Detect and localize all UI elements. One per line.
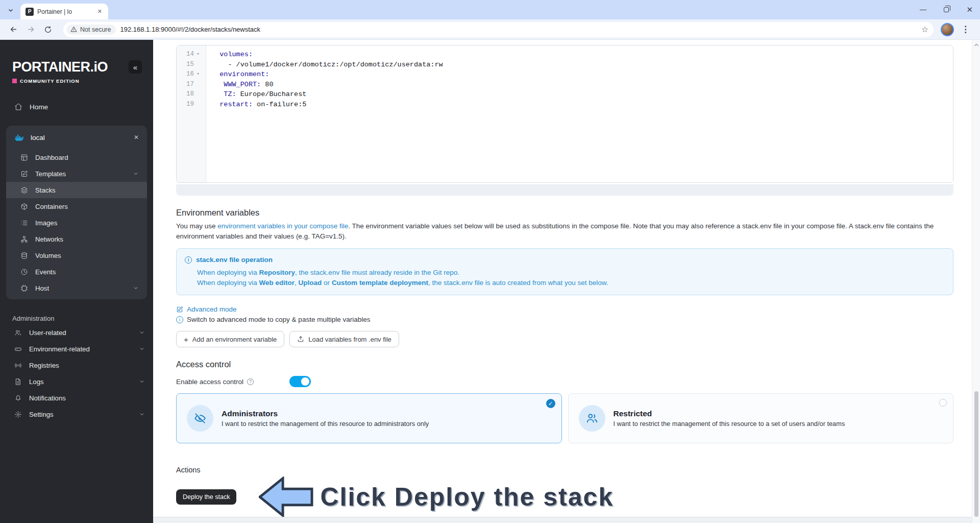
infobox-line-1: When deploying via Repository, the stack… — [197, 269, 944, 276]
editor-resize-strip[interactable] — [176, 184, 953, 196]
compose-docs-link[interactable]: environment variables in your compose fi… — [217, 222, 348, 230]
help-icon: ? — [247, 378, 254, 385]
sidebar-item-containers[interactable]: Containers — [6, 198, 147, 215]
compose-web-editor[interactable]: 14▾ 15 16▾ 17 18 19 volumes: - /volume1/… — [176, 45, 953, 183]
templates-icon — [20, 170, 28, 178]
images-icon — [20, 219, 28, 227]
annotation-arrow-icon — [259, 477, 314, 517]
edition-square — [12, 79, 17, 83]
sidebar-item-user-related[interactable]: User-related — [0, 324, 153, 341]
chevron-down-icon — [133, 171, 139, 177]
page-scrollbar[interactable] — [972, 40, 980, 523]
upload-icon — [297, 336, 304, 343]
sidebar-item-events[interactable]: Events — [6, 264, 147, 280]
profile-avatar[interactable] — [941, 23, 954, 36]
scrollbar-up-icon[interactable] — [974, 43, 979, 47]
security-label: Not secure — [80, 26, 111, 33]
sidebar-item-templates[interactable]: Templates — [6, 165, 147, 182]
toggle-knob — [301, 377, 309, 386]
env-vars-heading: Environment variables — [176, 208, 953, 218]
advanced-mode-link[interactable]: Advanced mode — [176, 305, 237, 313]
sidebar-item-home[interactable]: Home — [0, 98, 153, 115]
code-line: - /volume1/docker/domoticz:/opt/domoticz… — [211, 60, 953, 70]
portainer-favicon: P — [26, 8, 34, 16]
actions-heading: Actions — [176, 466, 953, 474]
advanced-mode-hint: i Switch to advanced mode to copy & past… — [176, 316, 953, 323]
host-icon — [20, 284, 28, 292]
fold-icon[interactable]: ▾ — [194, 69, 202, 80]
sidebar-item-notifications[interactable]: Notifications — [0, 390, 153, 406]
browser-tab[interactable]: P Portainer | lo ✕ — [20, 4, 108, 19]
sidebar-item-settings[interactable]: Settings — [0, 406, 153, 422]
deploy-stack-button[interactable]: Deploy the stack — [176, 489, 236, 505]
window-restore-icon[interactable] — [944, 7, 949, 12]
reload-icon — [44, 26, 52, 34]
users-icon — [585, 412, 599, 425]
code-line: WWW_PORT: 80 — [211, 80, 953, 90]
gear-icon — [14, 411, 22, 418]
sidebar-item-networks[interactable]: Networks — [6, 231, 147, 247]
back-button[interactable] — [6, 22, 20, 37]
users-icon — [14, 329, 22, 337]
edit-icon — [176, 306, 183, 313]
back-arrow-icon — [9, 25, 18, 34]
broadcast-icon — [14, 362, 22, 369]
browser-titlebar: P Portainer | lo ✕ ✕ — [0, 0, 980, 19]
hard-drive-icon — [14, 345, 22, 353]
sidebar-item-dashboard[interactable]: Dashboard — [6, 149, 147, 165]
forward-button[interactable] — [23, 22, 38, 37]
browser-menu-icon[interactable]: ⋮ — [957, 24, 974, 35]
sidebar-item-environment-related[interactable]: Environment-related — [0, 341, 153, 357]
sidebar-collapse-button[interactable]: « — [129, 60, 142, 74]
code-line: TZ: Europe/Bucharest — [211, 89, 953, 100]
access-option-administrators[interactable]: Administrators I want to restrict the ma… — [176, 393, 562, 443]
info-icon: i — [185, 256, 192, 264]
option-description: I want to restrict the management of thi… — [614, 420, 845, 427]
window-minimize-icon[interactable] — [920, 10, 926, 10]
tab-search-button[interactable] — [5, 5, 16, 16]
fold-icon[interactable]: ▾ — [194, 50, 202, 60]
sidebar-item-volumes[interactable]: Volumes — [6, 247, 147, 264]
infobox-line-2: When deploying via Web editor, Upload or… — [197, 279, 944, 287]
tab-close-icon[interactable]: ✕ — [95, 7, 104, 16]
address-bar[interactable]: Not secure 192.168.1.18:9000/#!/2/docker… — [63, 22, 934, 37]
docker-whale-icon — [14, 133, 24, 141]
window-close-icon[interactable]: ✕ — [966, 5, 973, 14]
option-title: Restricted — [614, 409, 845, 418]
url-text[interactable]: 192.168.1.18:9000/#!/2/docker/stacks/new… — [120, 26, 917, 33]
eye-off-icon — [193, 412, 207, 425]
environment-header[interactable]: local ✕ — [6, 126, 147, 149]
chevron-down-icon — [139, 329, 145, 336]
load-env-file-button[interactable]: Load variables from .env file — [289, 331, 399, 347]
sidebar-item-host[interactable]: Host — [6, 280, 147, 296]
reload-button[interactable] — [41, 22, 55, 37]
footer-strip — [153, 517, 980, 523]
option-title: Administrators — [222, 409, 429, 418]
option-description: I want to restrict the management of thi… — [222, 420, 429, 427]
access-control-toggle[interactable] — [289, 376, 311, 387]
plus-icon: + — [184, 336, 188, 343]
add-env-variable-button[interactable]: + Add an environment variable — [176, 331, 284, 347]
access-option-restricted[interactable]: Restricted I want to restrict the manage… — [568, 393, 954, 443]
sidebar-item-images[interactable]: Images — [6, 215, 147, 231]
environment-section: local ✕ Dashboard Templates Stacks Conta… — [6, 126, 147, 299]
sidebar-item-stacks[interactable]: Stacks — [6, 182, 147, 198]
environment-close-icon[interactable]: ✕ — [134, 134, 139, 141]
radio-unselected-icon[interactable] — [939, 399, 947, 407]
scrollbar-thumb[interactable] — [974, 391, 978, 517]
containers-icon — [20, 203, 28, 210]
bell-icon — [14, 394, 22, 402]
window-controls: ✕ — [920, 0, 973, 19]
volumes-icon — [20, 252, 28, 259]
main-content: 14▾ 15 16▾ 17 18 19 volumes: - /volume1/… — [153, 40, 980, 523]
sidebar-item-registries[interactable]: Registries — [0, 357, 153, 373]
environment-name: local — [31, 134, 128, 141]
security-chip[interactable]: Not secure — [66, 25, 116, 35]
sidebar-item-logs[interactable]: Logs — [0, 373, 153, 390]
chevron-down-icon — [8, 7, 14, 13]
bookmark-star-icon[interactable]: ☆ — [921, 25, 928, 34]
dashboard-icon — [20, 154, 28, 161]
editor-code[interactable]: volumes: - /volume1/docker/domoticz:/opt… — [206, 45, 953, 182]
file-icon — [14, 378, 22, 386]
tab-title: Portainer | lo — [37, 8, 92, 15]
